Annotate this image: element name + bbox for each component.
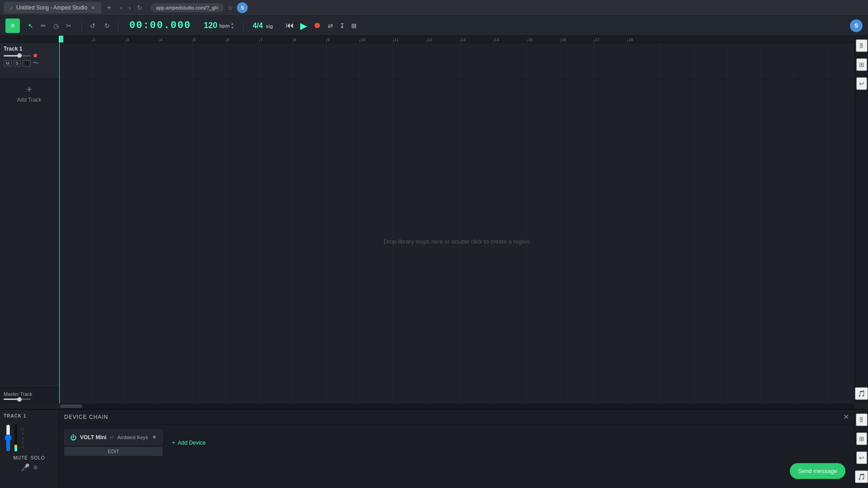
device-edit-btn[interactable]: EDIT <box>64 447 163 456</box>
edit-tools: ↖ ✏ ◷ ✂ <box>25 20 74 31</box>
db-0: 0 <box>20 441 24 445</box>
master-volume-slider[interactable] <box>4 399 31 400</box>
svg-text:18: 18 <box>628 38 633 42</box>
bottom-mic-btn[interactable]: 🎤 <box>21 463 30 472</box>
select-tool-btn[interactable]: ↖ <box>25 20 36 31</box>
device-preset-arrow[interactable]: ▼ <box>151 434 157 441</box>
undo-btn[interactable]: ↺ <box>87 20 98 31</box>
nav-refresh-btn[interactable]: ↻ <box>135 2 144 13</box>
cut-tool-btn[interactable]: ✂ <box>63 20 74 31</box>
track-1-wave-btn[interactable]: 〜 <box>33 59 39 67</box>
db-12: 12 <box>20 427 24 431</box>
add-track-btn[interactable]: + Add Track <box>0 79 58 108</box>
user-avatar[interactable]: S <box>850 19 863 32</box>
device-chain-title: DEVICE CHAIN <box>64 414 108 420</box>
url-bar[interactable] <box>151 3 224 12</box>
rewind-btn[interactable]: ⏮ <box>284 19 296 32</box>
browser-tab[interactable]: ♪ Untitled Song - Amped Studio ✕ <box>4 2 101 14</box>
bottom-track-icons: 🎤 ≡ <box>21 463 38 472</box>
track-1-mute-btn[interactable]: M <box>4 60 12 66</box>
track-lane-1[interactable] <box>59 43 854 79</box>
add-track-label: Add Track <box>17 97 41 103</box>
add-device-btn[interactable]: + Add Device <box>168 436 209 450</box>
click-btn[interactable]: ↧ <box>338 20 347 31</box>
db-neg6: -6 <box>20 445 24 449</box>
record-btn[interactable]: ⏺ <box>311 19 323 32</box>
device-power-icon[interactable]: ⏻ <box>70 434 76 441</box>
time-display: 00:00.000 <box>124 20 197 31</box>
svg-text:11: 11 <box>394 38 399 42</box>
bottom-fader-slider[interactable] <box>4 424 13 451</box>
bottom-solo-btn[interactable]: SOLO <box>31 455 45 460</box>
right-panel-btn-3[interactable]: ↩ <box>856 77 867 90</box>
time-tool-btn[interactable]: ◷ <box>51 20 61 31</box>
draw-tool-btn[interactable]: ✏ <box>38 20 49 31</box>
device-volt-mini-wrapper: ⏻ VOLT Mini ⇄ Ambient Keys ▼ EDIT <box>64 430 163 456</box>
arranger: 1 2 3 4 5 6 7 <box>59 36 854 404</box>
svg-text:16: 16 <box>561 38 566 42</box>
send-message-btn[interactable]: Send message <box>790 463 845 479</box>
bottom-eq-btn[interactable]: ≡ <box>33 463 38 472</box>
h-scrollbar[interactable] <box>59 404 854 409</box>
track-header-spacer <box>0 36 58 43</box>
svg-text:13: 13 <box>461 38 466 42</box>
menu-button[interactable]: ≡ <box>5 19 20 33</box>
svg-text:14: 14 <box>495 38 499 42</box>
bottom-sidebar-btn-4[interactable]: 🎵 <box>855 470 868 483</box>
right-panel-btn-4[interactable]: 🎵 <box>855 387 868 400</box>
browser-actions: ☆ S <box>227 2 248 13</box>
svg-rect-39 <box>59 43 854 79</box>
add-track-icon: + <box>27 84 32 95</box>
device-chain-content: ⏻ VOLT Mini ⇄ Ambient Keys ▼ EDIT + Add … <box>59 424 854 461</box>
bpm-display[interactable]: 120 bpm ▲▼ <box>200 21 238 30</box>
mute-solo-btns: MUTE SOLO <box>13 455 45 460</box>
bottom-sidebar-btn-1[interactable]: 🎚 <box>856 413 868 426</box>
tab-close-btn[interactable]: ✕ <box>91 5 95 11</box>
right-panel-btn-2[interactable]: ⊞ <box>856 58 867 71</box>
bottom-mute-btn[interactable]: MUTE <box>13 455 28 460</box>
bpm-arrows[interactable]: ▲▼ <box>231 22 234 30</box>
meter-fill <box>14 445 17 451</box>
svg-text:8: 8 <box>294 38 296 42</box>
track-1-height-btn[interactable]: ⠿ <box>23 60 31 66</box>
bottom-panel: TRACK 1 12 6 3 0 <box>0 409 868 488</box>
bottom-track-info: TRACK 1 12 6 3 0 <box>0 410 59 488</box>
bottom-sidebar-btn-2[interactable]: ⊞ <box>856 432 867 445</box>
new-tab-btn[interactable]: + <box>103 2 114 14</box>
db-6: 6 <box>20 432 24 436</box>
device-chain-close-btn[interactable]: ✕ <box>843 413 849 421</box>
svg-text:12: 12 <box>428 38 432 42</box>
nav-back-btn[interactable]: ‹ <box>118 2 124 13</box>
h-scrollbar-thumb[interactable] <box>60 404 82 408</box>
midi-btn[interactable]: ⊞ <box>349 20 359 31</box>
track-1-solo-btn[interactable]: S <box>14 60 21 66</box>
bottom-sidebar-btn-3[interactable]: ↩ <box>856 451 867 464</box>
svg-text:9: 9 <box>327 38 330 42</box>
device-io-icon: ⇄ <box>110 435 113 440</box>
loop-btn[interactable]: ⇄ <box>326 20 335 31</box>
master-track-label: Master Track <box>4 391 55 397</box>
nav-forward-btn[interactable]: › <box>127 2 132 13</box>
time-sig-label: sig <box>266 23 273 29</box>
time-sig-display[interactable]: 4/4 sig <box>249 22 277 30</box>
ruler-svg: 1 2 3 4 5 6 7 <box>59 36 854 42</box>
play-btn[interactable]: ▶ <box>298 19 309 33</box>
redo-btn[interactable]: ↻ <box>102 20 113 31</box>
timeline-ruler[interactable]: 1 2 3 4 5 6 7 <box>59 36 854 43</box>
bpm-value: 120 <box>204 21 217 30</box>
bottom-meter <box>14 424 17 451</box>
arranger-empty[interactable]: Drop library loops here or double click … <box>59 79 854 404</box>
drop-hint: Drop library loops here or double click … <box>383 238 529 245</box>
right-panel-btn-1[interactable]: 🎚 <box>856 39 868 52</box>
app-icon: ♪ <box>10 5 13 11</box>
bookmark-icon: ☆ <box>227 4 233 11</box>
divider-1 <box>81 20 82 31</box>
track-1-volume-slider[interactable] <box>4 55 31 56</box>
db-display: 12 6 3 0 -6 <box>19 426 25 450</box>
track-1-name[interactable]: Track 1 <box>4 46 55 52</box>
main-toolbar: ≡ ↖ ✏ ◷ ✂ ↺ ↻ 00:00.000 120 bpm ▲▼ 4/4 s… <box>0 16 868 36</box>
svg-text:3: 3 <box>127 38 129 42</box>
add-device-icon: + <box>172 440 175 446</box>
svg-text:17: 17 <box>595 38 599 42</box>
divider-3 <box>243 20 244 31</box>
